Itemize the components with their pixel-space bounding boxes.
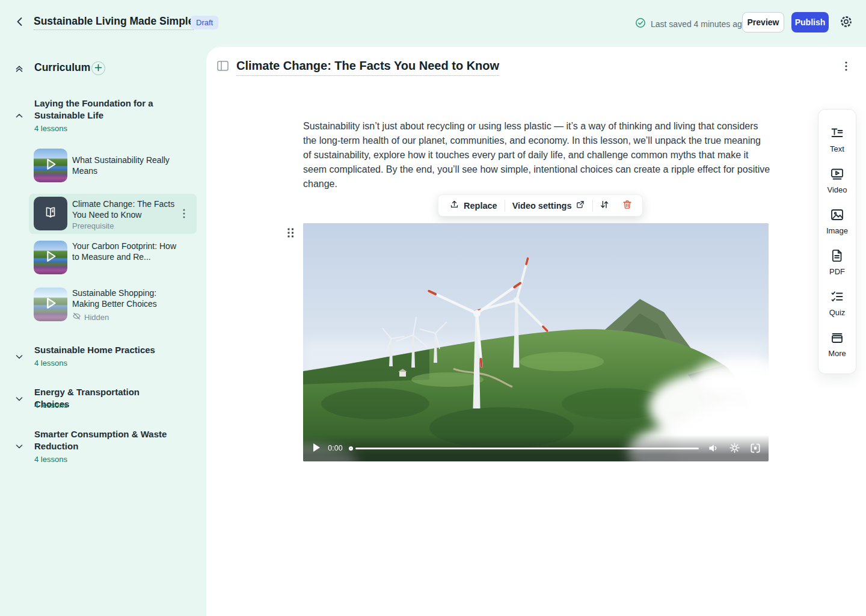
- play-icon: [41, 294, 60, 315]
- kebab-icon: [841, 64, 851, 73]
- lesson-item-hidden[interactable]: Sustainable Shopping: Making Better Choi…: [29, 288, 197, 322]
- plus-icon: [94, 64, 102, 73]
- collapse-all-button[interactable]: [14, 63, 25, 74]
- section-1-collapse-button[interactable]: [14, 110, 25, 121]
- lesson-title: What Sustainability Really Means: [72, 155, 182, 176]
- add-pdf-block-button[interactable]: PDF: [818, 242, 856, 283]
- volume-icon: [707, 447, 719, 456]
- more-block-icon: [830, 330, 844, 346]
- replace-video-button[interactable]: Replace: [442, 196, 505, 215]
- add-text-block-button[interactable]: Text: [818, 120, 856, 161]
- section-3-lesson-count: 4 lessons: [34, 401, 67, 410]
- more-blocks-button[interactable]: More: [818, 324, 856, 365]
- palette-label: Image: [826, 226, 848, 235]
- delete-block-button[interactable]: [616, 196, 639, 215]
- lesson-video-thumbnail: [34, 288, 67, 321]
- section-4-expand-button[interactable]: [14, 441, 25, 452]
- play-icon: [41, 155, 60, 176]
- settings-button[interactable]: [838, 14, 854, 30]
- video-player[interactable]: 0:00: [303, 223, 769, 461]
- lesson-options-button[interactable]: [840, 60, 853, 74]
- external-link-icon: [576, 200, 585, 211]
- image-block-icon: [830, 208, 844, 224]
- section-4-title[interactable]: Smarter Consumption & Waste Reduction: [34, 428, 173, 452]
- lesson-video-thumbnail: [34, 241, 67, 274]
- lesson-menu-button[interactable]: [178, 207, 190, 221]
- check-circle-icon: [635, 17, 646, 30]
- lesson-badge: Prerequisite: [72, 221, 114, 230]
- upload-icon: [449, 200, 459, 212]
- scrubber-handle[interactable]: [349, 446, 353, 451]
- video-block-toolbar: Replace Video settings: [438, 194, 643, 217]
- top-bar: Sustainable Living Made Simple Draft Las…: [0, 0, 866, 47]
- drag-dots-icon: [287, 231, 295, 240]
- course-title[interactable]: Sustainable Living Made Simple: [34, 15, 194, 30]
- curriculum-header: Curriculum: [0, 60, 206, 77]
- add-section-button[interactable]: [91, 61, 105, 75]
- save-status: Last saved 4 minutes ago: [635, 17, 747, 30]
- reorder-icon: [599, 199, 610, 212]
- lesson-intro-paragraph[interactable]: Sustainability isn’t just about recyclin…: [303, 119, 771, 191]
- add-quiz-block-button[interactable]: Quiz: [818, 283, 856, 324]
- lesson-editor-panel: Climate Change: The Facts You Need to Kn…: [206, 47, 866, 616]
- section-2-expand-button[interactable]: [14, 351, 25, 362]
- add-video-block-button[interactable]: Video: [818, 161, 856, 202]
- lesson-badge: Hidden: [84, 313, 109, 322]
- chevron-down-icon: [14, 445, 25, 454]
- eye-off-icon: [72, 312, 81, 322]
- lesson-item[interactable]: Your Carbon Footprint: How to Measure an…: [29, 241, 197, 276]
- kebab-icon: [179, 212, 189, 221]
- last-saved-text: Last saved 4 minutes ago: [651, 19, 747, 29]
- publish-button[interactable]: Publish: [791, 12, 829, 32]
- palette-label: Text: [830, 144, 844, 153]
- palette-label: Quiz: [829, 308, 846, 317]
- add-image-block-button[interactable]: Image: [818, 202, 856, 242]
- pdf-block-icon: [830, 248, 844, 265]
- block-drag-handle[interactable]: [286, 227, 295, 238]
- video-controls-bar: 0:00: [303, 435, 769, 461]
- lesson-title: Sustainable Shopping: Making Better Choi…: [72, 288, 182, 309]
- lesson-hidden-status: Hidden: [72, 312, 109, 322]
- double-chevron-up-icon: [14, 67, 25, 76]
- video-settings-button[interactable]: Video settings: [505, 196, 593, 215]
- lesson-item-selected[interactable]: Climate Change: The Facts You Need to Kn…: [29, 200, 197, 234]
- video-frame-wind-turbines: [303, 223, 769, 461]
- section-3-expand-button[interactable]: [14, 393, 25, 404]
- section-2-title[interactable]: Sustainable Home Practices: [34, 344, 173, 356]
- palette-label: PDF: [829, 267, 845, 276]
- lesson-reading-thumbnail: [34, 197, 67, 230]
- content-block-palette: Text Video Image PDF: [818, 109, 856, 374]
- volume-button[interactable]: [707, 442, 719, 454]
- section-1-title[interactable]: Laying the Foundation for a Sustainable …: [34, 97, 173, 122]
- chevron-down-icon: [14, 355, 25, 364]
- section-4-lesson-count: 4 lessons: [34, 455, 67, 464]
- play-button[interactable]: [310, 442, 322, 454]
- lesson-title: Climate Change: The Facts You Need to Kn…: [72, 199, 182, 220]
- play-icon: [312, 445, 321, 454]
- player-settings-button[interactable]: [728, 442, 740, 454]
- open-book-icon: [43, 205, 58, 223]
- palette-label: Video: [827, 185, 847, 194]
- lesson-page-title[interactable]: Climate Change: The Facts You Need to Kn…: [236, 59, 499, 76]
- text-block-icon: [830, 126, 844, 142]
- fullscreen-button[interactable]: [749, 442, 761, 454]
- lesson-title: Your Carbon Footprint: How to Measure an…: [72, 241, 182, 262]
- chevron-up-icon: [14, 114, 25, 123]
- section-1-lesson-count: 4 lessons: [34, 124, 67, 133]
- player-gear-icon: [729, 446, 740, 455]
- curriculum-title: Curriculum: [34, 61, 90, 74]
- panel-toggle-button[interactable]: [216, 61, 229, 73]
- panel-layout-icon: [217, 64, 229, 73]
- back-button[interactable]: [13, 16, 26, 29]
- preview-button[interactable]: Preview: [742, 12, 784, 32]
- lesson-video-thumbnail: [34, 149, 67, 182]
- replace-label: Replace: [464, 201, 497, 211]
- play-icon: [41, 247, 60, 268]
- current-time: 0:00: [328, 444, 342, 452]
- progress-track[interactable]: [355, 448, 699, 449]
- video-block-icon: [830, 167, 844, 183]
- fullscreen-icon: [749, 447, 761, 456]
- reorder-block-button[interactable]: [593, 196, 616, 215]
- lesson-item[interactable]: What Sustainability Really Means: [29, 149, 197, 182]
- gear-icon: [839, 22, 853, 31]
